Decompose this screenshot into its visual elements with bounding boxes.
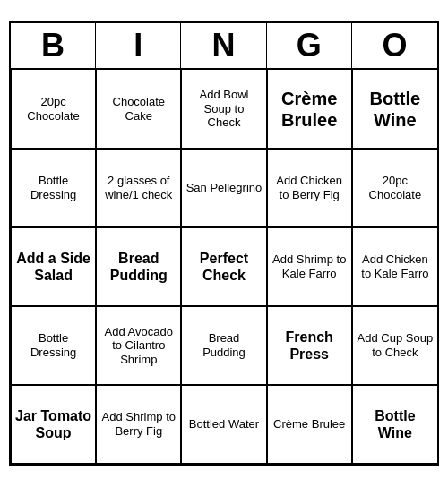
header-letter: G [267, 23, 352, 68]
bingo-header: BINGO [11, 23, 437, 70]
header-letter: B [11, 23, 96, 68]
bingo-cell: Add Shrimp to Berry Fig [96, 385, 181, 464]
bingo-cell: Jar Tomato Soup [11, 385, 96, 464]
bingo-cell: Bread Pudding [181, 306, 266, 385]
bingo-cell: Add Shrimp to Kale Farro [267, 227, 352, 306]
bingo-cell: 2 glasses of wine/1 check [96, 149, 181, 227]
bingo-cell: Chocolate Cake [96, 70, 181, 149]
bingo-cell: Bottle Wine [352, 385, 437, 464]
bingo-cell: Add Avocado to Cilantro Shrimp [96, 306, 181, 385]
bingo-cell: Add Bowl Soup to Check [181, 70, 266, 149]
bingo-cell: Bread Pudding [96, 227, 181, 306]
bingo-card: BINGO 20pc ChocolateChocolate CakeAdd Bo… [9, 21, 439, 466]
bingo-cell: Perfect Check [181, 227, 266, 306]
bingo-cell: Add Chicken to Berry Fig [267, 149, 352, 227]
bingo-cell: 20pc Chocolate [11, 70, 96, 149]
bingo-cell: Add a Side Salad [11, 227, 96, 306]
bingo-cell: San Pellegrino [181, 149, 266, 227]
bingo-cell: Bottled Water [181, 385, 266, 464]
bingo-cell: 20pc Chocolate [352, 149, 437, 227]
bingo-cell: Bottle Dressing [11, 306, 96, 385]
bingo-cell: Bottle Dressing [11, 149, 96, 227]
header-letter: N [181, 23, 266, 68]
bingo-cell: Add Chicken to Kale Farro [352, 227, 437, 306]
bingo-cell: Crème Brulee [267, 70, 352, 149]
header-letter: I [96, 23, 181, 68]
bingo-cell: French Press [267, 306, 352, 385]
bingo-cell: Crème Brulee [267, 385, 352, 464]
bingo-cell: Bottle Wine [352, 70, 437, 149]
bingo-cell: Add Cup Soup to Check [352, 306, 437, 385]
header-letter: O [352, 23, 437, 68]
bingo-grid: 20pc ChocolateChocolate CakeAdd Bowl Sou… [11, 70, 437, 464]
